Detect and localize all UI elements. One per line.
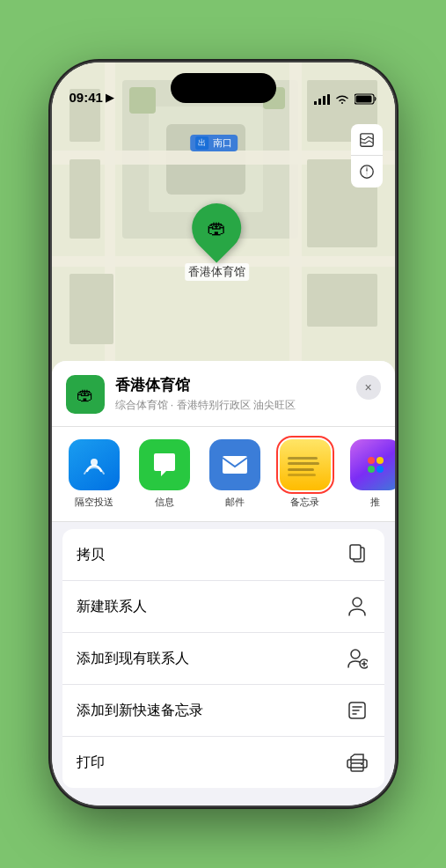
- svg-rect-19: [307, 274, 377, 327]
- venue-info: 香港体育馆 综合体育馆 · 香港特别行政区 油尖旺区: [115, 375, 346, 413]
- action-quick-note[interactable]: 添加到新快速备忘录: [62, 685, 384, 737]
- svg-point-29: [351, 650, 360, 658]
- location-arrow-icon: ▶: [106, 92, 113, 104]
- battery-icon: [355, 93, 377, 105]
- venue-logo-icon: 🏟: [77, 385, 94, 405]
- signal-icon: [314, 94, 330, 105]
- venue-logo: 🏟: [66, 375, 105, 414]
- map-type-button[interactable]: [351, 124, 383, 156]
- messages-icon: [139, 439, 190, 490]
- person-add-icon: [344, 645, 370, 672]
- more-label: 推: [370, 496, 380, 509]
- notes-line-4: [288, 474, 316, 476]
- svg-rect-5: [355, 96, 371, 103]
- action-add-contact[interactable]: 添加到现有联系人: [62, 633, 384, 685]
- svg-rect-0: [314, 101, 317, 105]
- more-icon: [350, 439, 395, 490]
- person-add-svg: [347, 648, 368, 669]
- stadium-icon: 🏟: [207, 217, 226, 239]
- notes-lines: [280, 448, 331, 482]
- venue-name: 香港体育馆: [115, 375, 346, 395]
- mail-svg: [221, 452, 249, 477]
- svg-rect-2: [323, 96, 325, 105]
- action-copy[interactable]: 拷贝: [62, 529, 384, 581]
- airdrop-label: 隔空投送: [75, 496, 113, 509]
- note-svg: [347, 701, 367, 720]
- printer-svg: [347, 753, 368, 772]
- action-new-contact-label: 新建联系人: [77, 598, 147, 616]
- share-item-messages[interactable]: 信息: [133, 439, 196, 509]
- action-quick-note-label: 添加到新快速备忘录: [77, 702, 203, 720]
- share-item-more[interactable]: 推: [344, 439, 395, 509]
- map-controls: [351, 124, 383, 188]
- messages-label: 信息: [155, 496, 174, 509]
- location-pin: 🏟 香港体育馆: [185, 203, 249, 281]
- svg-rect-18: [69, 274, 113, 344]
- action-new-contact[interactable]: 新建联系人: [62, 581, 384, 633]
- action-list: 拷贝 新建联系人: [62, 529, 384, 788]
- wifi-icon: [335, 94, 349, 105]
- map-type-icon: [359, 132, 375, 148]
- person-icon: [344, 593, 370, 620]
- svg-rect-15: [69, 159, 100, 239]
- time-text: 09:41: [69, 90, 103, 105]
- action-print[interactable]: 打印: [62, 737, 384, 788]
- svg-rect-27: [350, 545, 361, 559]
- notes-line-2: [288, 462, 319, 465]
- compass-icon: [359, 164, 375, 180]
- airdrop-icon: [69, 439, 120, 490]
- phone-screen: 09:41 ▶: [52, 63, 395, 805]
- dynamic-island: [171, 73, 276, 103]
- notes-label: 备忘录: [290, 496, 319, 509]
- phone-frame: 09:41 ▶: [52, 63, 395, 805]
- more-dots: [368, 457, 384, 473]
- share-item-mail[interactable]: 邮件: [203, 439, 267, 509]
- map-location-tag: 出 南口: [190, 135, 238, 151]
- note-icon: [344, 697, 370, 724]
- svg-point-34: [361, 763, 362, 765]
- svg-rect-3: [327, 94, 330, 105]
- share-row: 隔空投送 信息: [52, 427, 395, 522]
- notes-icon: [280, 439, 331, 490]
- action-print-label: 打印: [77, 754, 105, 772]
- copy-svg: [347, 544, 367, 565]
- svg-rect-1: [318, 99, 321, 105]
- notes-line-1: [288, 457, 318, 460]
- svg-rect-25: [223, 456, 247, 474]
- location-tag-text: 南口: [213, 136, 232, 150]
- action-copy-label: 拷贝: [77, 546, 105, 564]
- status-time: 09:41 ▶: [69, 90, 113, 105]
- share-item-airdrop[interactable]: 隔空投送: [62, 439, 126, 509]
- svg-point-28: [353, 598, 362, 607]
- status-icons: [314, 93, 377, 105]
- location-button[interactable]: [351, 156, 383, 188]
- mail-icon: [209, 439, 260, 490]
- airdrop-svg: [81, 452, 107, 478]
- mail-label: 邮件: [225, 496, 245, 509]
- svg-rect-22: [360, 133, 372, 145]
- printer-icon: [344, 749, 370, 776]
- bottom-sheet: 🏟 香港体育馆 综合体育馆 · 香港特别行政区 油尖旺区 ×: [52, 361, 395, 805]
- close-icon: ×: [364, 380, 371, 394]
- venue-header: 🏟 香港体育馆 综合体育馆 · 香港特别行政区 油尖旺区 ×: [52, 361, 395, 427]
- messages-svg: [150, 452, 179, 478]
- copy-icon: [344, 541, 370, 568]
- close-button[interactable]: ×: [356, 375, 381, 400]
- share-item-notes[interactable]: 备忘录: [274, 439, 337, 509]
- notes-line-3: [288, 468, 314, 471]
- venue-description: 综合体育馆 · 香港特别行政区 油尖旺区: [115, 398, 346, 413]
- pin-icon-bg: 🏟: [182, 193, 252, 262]
- person-svg: [347, 596, 367, 617]
- pin-label: 香港体育馆: [185, 263, 249, 281]
- action-add-contact-label: 添加到现有联系人: [77, 650, 189, 668]
